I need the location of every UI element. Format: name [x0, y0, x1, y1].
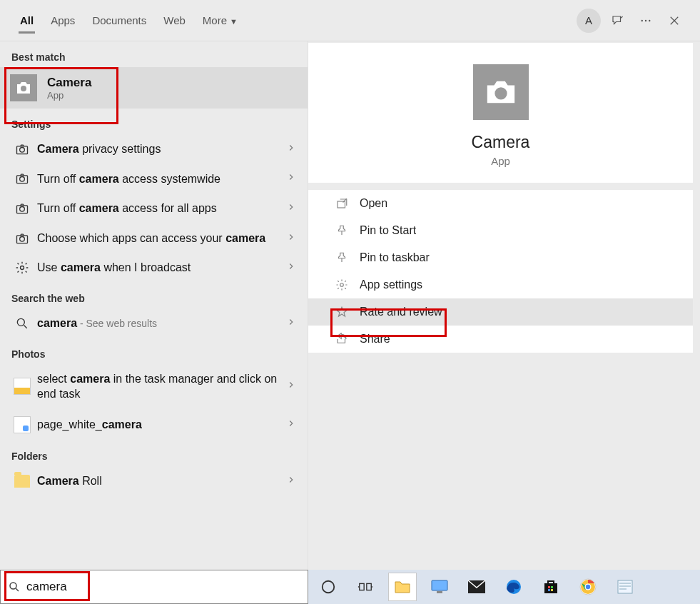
app-button[interactable]: [611, 573, 639, 601]
actions-list: Open Pin to Start Pin to taskbar App set…: [308, 190, 693, 353]
chrome-button[interactable]: [574, 573, 602, 601]
edge-button[interactable]: [499, 573, 528, 601]
settings-item[interactable]: Camera privacy settings: [0, 134, 308, 164]
store-button[interactable]: [537, 573, 565, 601]
best-match-header: Best match: [0, 41, 308, 67]
chevron-right-icon: [286, 232, 296, 245]
svg-rect-29: [551, 589, 553, 591]
svg-point-3: [21, 86, 26, 91]
close-button[interactable]: [660, 6, 689, 35]
chevron-right-icon: [286, 475, 296, 488]
taskbar: [0, 570, 700, 604]
svg-point-5: [20, 147, 25, 152]
svg-rect-21: [432, 580, 447, 590]
detail-card: Camera App: [308, 43, 693, 183]
camera-icon: [11, 201, 33, 216]
tab-web[interactable]: Web: [155, 4, 194, 36]
action-pin-taskbar[interactable]: Pin to taskbar: [308, 244, 693, 271]
search-web-header: Search the web: [0, 283, 308, 308]
photos-header: Photos: [0, 338, 308, 364]
search-input[interactable]: [26, 580, 300, 594]
camera-icon: [11, 231, 33, 246]
settings-header: Settings: [0, 109, 308, 134]
folder-icon: [11, 475, 33, 488]
star-icon: [333, 306, 351, 318]
cortana-icon: [320, 579, 336, 595]
action-open[interactable]: Open: [308, 190, 693, 217]
tab-label: More: [203, 14, 227, 26]
action-label: App settings: [360, 278, 422, 291]
photo-item[interactable]: page_white_camera: [0, 409, 308, 441]
camera-icon: [11, 142, 33, 156]
chevron-right-icon: [286, 202, 296, 215]
settings-item[interactable]: Turn off camera access for all apps: [0, 193, 308, 223]
action-rate-review[interactable]: Rate and review: [308, 298, 693, 326]
svg-rect-20: [367, 583, 371, 590]
svg-rect-22: [437, 591, 442, 593]
photo-thumb-icon: [11, 416, 33, 433]
best-match-title: Camera: [47, 76, 91, 90]
gear-icon: [11, 261, 33, 275]
store-icon: [542, 578, 559, 595]
taskbar-tray: [308, 570, 700, 604]
chevron-right-icon: [286, 317, 296, 330]
best-match-item[interactable]: Camera App: [0, 67, 308, 109]
action-label: Pin to Start: [360, 224, 416, 237]
settings-label: Turn off camera access for all apps: [33, 201, 286, 216]
svg-point-14: [494, 87, 507, 99]
svg-rect-28: [548, 589, 550, 591]
svg-point-1: [645, 19, 646, 21]
svg-point-16: [340, 283, 344, 287]
mail-icon: [467, 580, 486, 594]
monitor-icon: [430, 579, 449, 595]
settings-label: Turn off camera access systemwide: [33, 171, 286, 187]
feedback-button[interactable]: [603, 6, 631, 35]
photo-label: select camera in the task manager and cl…: [33, 371, 286, 402]
tab-documents[interactable]: Documents: [83, 4, 155, 36]
account-avatar[interactable]: A: [574, 6, 603, 35]
chevron-right-icon: [286, 172, 296, 185]
tab-label: Documents: [92, 14, 146, 26]
photo-label: page_white_camera: [33, 417, 286, 433]
cortana-button[interactable]: [314, 573, 343, 601]
more-options-button[interactable]: [631, 6, 660, 35]
svg-point-17: [10, 583, 16, 589]
svg-point-9: [20, 206, 25, 211]
screen-sketch-button[interactable]: [425, 573, 454, 601]
file-explorer-button[interactable]: [388, 573, 417, 601]
tab-all[interactable]: All: [11, 4, 42, 36]
action-pin-start[interactable]: Pin to Start: [308, 217, 693, 244]
settings-item[interactable]: Choose which apps can access your camera: [0, 223, 308, 253]
svg-point-13: [17, 318, 24, 326]
search-box[interactable]: [0, 570, 308, 604]
edge-icon: [505, 578, 522, 595]
svg-point-33: [586, 585, 590, 589]
avatar-letter: A: [585, 14, 592, 26]
web-result-label: camera - See web results: [33, 316, 286, 331]
settings-item[interactable]: Use camera when I broadcast: [0, 253, 308, 283]
tab-more[interactable]: More▼: [194, 4, 246, 36]
svg-rect-15: [338, 201, 345, 208]
share-icon: [333, 333, 351, 346]
folder-icon: [394, 580, 411, 594]
tab-label: All: [20, 14, 34, 26]
svg-rect-26: [548, 586, 550, 588]
folder-label: Camera Roll: [33, 473, 286, 489]
photo-item[interactable]: select camera in the task manager and cl…: [0, 364, 308, 409]
task-view-button[interactable]: [351, 573, 380, 601]
web-result-item[interactable]: camera - See web results: [0, 308, 308, 338]
folder-item[interactable]: Camera Roll: [0, 466, 308, 496]
action-app-settings[interactable]: App settings: [308, 271, 693, 298]
action-label: Share: [360, 333, 390, 346]
svg-rect-19: [360, 583, 364, 590]
mail-button[interactable]: [462, 573, 491, 601]
action-label: Open: [360, 197, 387, 210]
svg-point-0: [641, 19, 643, 21]
camera-icon: [11, 171, 33, 186]
svg-rect-34: [618, 580, 632, 593]
settings-item[interactable]: Turn off camera access systemwide: [0, 164, 308, 194]
tab-apps[interactable]: Apps: [42, 4, 83, 36]
detail-title: Camera: [472, 133, 530, 152]
task-view-icon: [357, 579, 373, 595]
action-share[interactable]: Share: [308, 326, 693, 353]
